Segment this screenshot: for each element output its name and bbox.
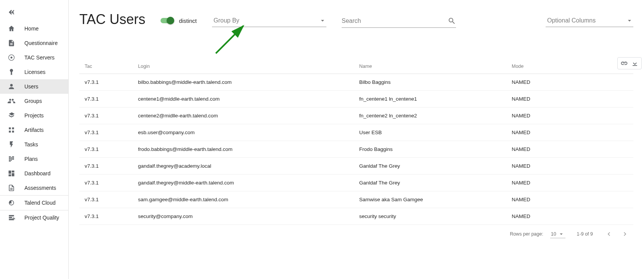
- chevron-down-icon: [626, 17, 633, 24]
- sidebar-item-label: Artifacts: [24, 127, 44, 133]
- users-table: Tac Login Name Mode v7.3.1bilbo.babbings…: [79, 64, 633, 225]
- cell-mode: NAMED: [512, 79, 588, 85]
- col-header-login[interactable]: Login: [138, 64, 359, 69]
- cell-tac: v7.3.1: [85, 113, 138, 119]
- sidebar-item-tasks[interactable]: Tasks: [0, 137, 68, 152]
- sidebar: HomeQuestionnaireTAC ServersLicensesUser…: [0, 0, 69, 279]
- cell-mode: NAMED: [512, 197, 588, 202]
- sidebar-item-talend-cloud[interactable]: Talend Cloud: [0, 196, 68, 210]
- collapse-icon: [7, 8, 16, 17]
- col-header-mode[interactable]: Mode: [512, 64, 588, 69]
- cell-login: sam.gamgee@middle-earth.talend.com: [138, 197, 359, 202]
- sidebar-item-label: Users: [24, 83, 39, 90]
- license-icon: [7, 67, 16, 77]
- distinct-toggle[interactable]: [161, 17, 174, 24]
- search-input[interactable]: [342, 18, 448, 24]
- cell-name: Frodo Baggins: [359, 146, 512, 152]
- projects-icon: [7, 111, 16, 120]
- table-header-row: Tac Login Name Mode: [79, 64, 633, 74]
- table-row[interactable]: v7.3.1sam.gamgee@middle-earth.talend.com…: [79, 191, 633, 208]
- sidebar-item-projects[interactable]: Projects: [0, 108, 68, 123]
- questionnaire-icon: [7, 38, 16, 48]
- col-header-name[interactable]: Name: [359, 64, 512, 69]
- optional-columns-select[interactable]: Optional Columns: [546, 14, 633, 27]
- table-row[interactable]: v7.3.1gandalf.thegrey@academy.localGanld…: [79, 158, 633, 175]
- cell-login: bilbo.babbings@middle-earth.talend.com: [138, 79, 359, 85]
- cell-login: security@company.com: [138, 213, 359, 219]
- table-row[interactable]: v7.3.1gandalf.thegrey@middle-earth.talen…: [79, 175, 633, 191]
- header-row: TAC Users distinct Group By Optional Col…: [79, 11, 633, 28]
- page-title: TAC Users: [79, 11, 145, 27]
- table-row[interactable]: v7.3.1esb.user@company.comUser ESBNAMED: [79, 124, 633, 141]
- plans-icon: [7, 154, 16, 164]
- sidebar-item-label: Tasks: [24, 141, 38, 148]
- link-button[interactable]: [620, 59, 628, 67]
- cell-name: Bilbo Baggins: [359, 79, 512, 85]
- svg-line-2: [216, 26, 243, 53]
- artifacts-icon: [7, 125, 16, 135]
- sidebar-item-licenses[interactable]: Licenses: [0, 65, 68, 79]
- rows-per-page-label: Rows per page:: [510, 231, 543, 237]
- cell-mode: NAMED: [512, 113, 588, 119]
- home-icon: [7, 24, 16, 33]
- cell-name: Ganldaf The Grey: [359, 163, 512, 169]
- cell-tac: v7.3.1: [85, 130, 138, 135]
- sidebar-item-project-quality[interactable]: Project Quality: [0, 210, 68, 225]
- rows-per-page-select[interactable]: 10: [550, 230, 565, 238]
- sidebar-item-home[interactable]: Home: [0, 21, 68, 36]
- search-field[interactable]: [342, 14, 456, 28]
- cell-login: esb.user@company.com: [138, 130, 359, 135]
- group-by-select[interactable]: Group By: [212, 14, 326, 27]
- sidebar-item-artifacts[interactable]: Artifacts: [0, 123, 68, 137]
- table-row[interactable]: v7.3.1bilbo.babbings@middle-earth.talend…: [79, 74, 633, 91]
- cell-tac: v7.3.1: [85, 163, 138, 169]
- chevron-right-icon: [621, 230, 629, 238]
- sidebar-collapse-button[interactable]: [0, 3, 68, 21]
- cell-mode: NAMED: [512, 163, 588, 169]
- table-row[interactable]: v7.3.1centene1@middle-earth.talend.comfn…: [79, 91, 633, 107]
- distinct-toggle-label: distinct: [179, 18, 197, 24]
- search-icon: [448, 17, 456, 25]
- table-row[interactable]: v7.3.1centene2@midlle-earth.talend.comfn…: [79, 107, 633, 124]
- cell-tac: v7.3.1: [85, 146, 138, 152]
- cell-tac: v7.3.1: [85, 79, 138, 85]
- sidebar-item-label: Project Quality: [24, 215, 59, 221]
- sidebar-item-label: Projects: [24, 112, 44, 119]
- main-content: TAC Users distinct Group By Optional Col…: [69, 0, 644, 279]
- cloud-icon: [7, 198, 16, 207]
- cell-name: fn_centene2 ln_centene2: [359, 113, 512, 119]
- sidebar-item-users[interactable]: Users: [0, 79, 68, 94]
- sidebar-item-tac-servers[interactable]: TAC Servers: [0, 50, 68, 65]
- table-tools: [617, 57, 642, 69]
- download-button[interactable]: [631, 59, 639, 67]
- tasks-icon: [7, 140, 16, 149]
- sidebar-item-dashboard[interactable]: Dashboard: [0, 166, 68, 181]
- server-icon: [7, 53, 16, 62]
- cell-login: centene1@middle-earth.talend.com: [138, 96, 359, 102]
- prev-page-button[interactable]: [604, 229, 613, 239]
- pagination: Rows per page: 10 1-9 of 9: [79, 229, 633, 239]
- sidebar-item-groups[interactable]: Groups: [0, 94, 68, 108]
- sidebar-item-label: Questionnaire: [24, 40, 58, 46]
- sidebar-item-questionnaire[interactable]: Questionnaire: [0, 36, 68, 50]
- table-row[interactable]: v7.3.1security@company.comsecurity secur…: [79, 208, 633, 225]
- cell-mode: NAMED: [512, 146, 588, 152]
- table-row[interactable]: v7.3.1frodo.babbings@middle-earth.talend…: [79, 141, 633, 158]
- group-by-placeholder: Group By: [214, 17, 239, 24]
- cell-tac: v7.3.1: [85, 180, 138, 186]
- cell-mode: NAMED: [512, 180, 588, 186]
- cell-name: Ganldaf The Grey: [359, 180, 512, 186]
- cell-login: gandalf.thegrey@academy.local: [138, 163, 359, 169]
- sidebar-item-assessments[interactable]: Assessments: [0, 181, 68, 195]
- sidebar-item-plans[interactable]: Plans: [0, 152, 68, 166]
- next-page-button[interactable]: [620, 229, 630, 239]
- assess-icon: [7, 183, 16, 192]
- sidebar-item-label: Licenses: [24, 69, 45, 75]
- chevron-down-icon: [319, 17, 326, 24]
- cell-mode: NAMED: [512, 130, 588, 135]
- dashboard-icon: [7, 169, 16, 178]
- cell-mode: NAMED: [512, 96, 588, 102]
- col-header-tac[interactable]: Tac: [85, 64, 138, 69]
- quality-icon: [7, 213, 16, 222]
- cell-login: frodo.babbings@middle-earth.talend.com: [138, 146, 359, 152]
